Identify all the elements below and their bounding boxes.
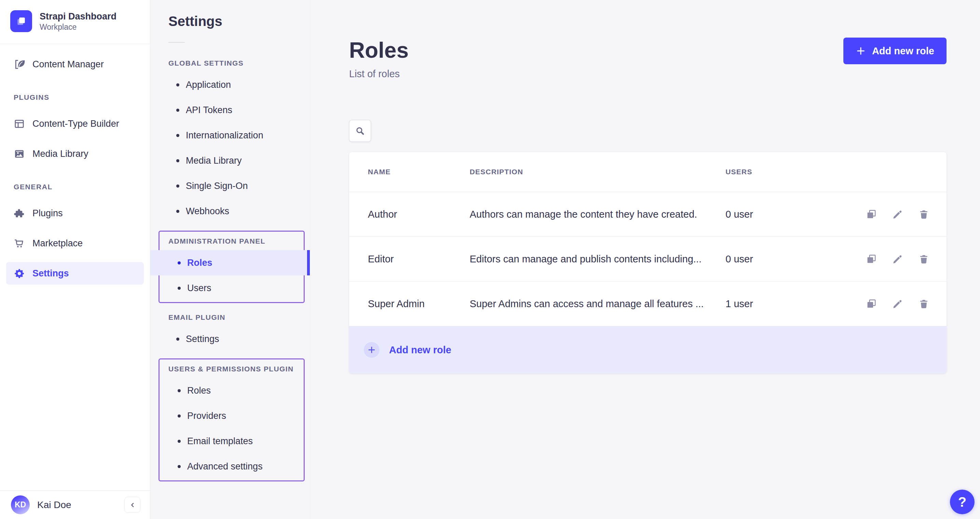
bullet-icon bbox=[176, 83, 179, 86]
settings-group-label: ADMINISTRATION PANEL bbox=[159, 237, 304, 245]
settings-item-providers[interactable]: Providers bbox=[159, 403, 304, 428]
sidebar-user-area: KD Kai Doe bbox=[0, 490, 150, 519]
image-icon bbox=[14, 148, 25, 159]
bullet-icon bbox=[176, 210, 179, 213]
duplicate-button[interactable] bbox=[865, 253, 877, 265]
settings-item-webhooks[interactable]: Webhooks bbox=[150, 199, 310, 224]
add-new-role-button[interactable]: Add new role bbox=[843, 38, 947, 64]
gear-icon bbox=[14, 268, 25, 279]
role-users-count: 1 user bbox=[725, 298, 865, 310]
bullet-icon bbox=[178, 389, 181, 392]
settings-item-label: Application bbox=[186, 80, 231, 90]
settings-item-label: Advanced settings bbox=[187, 461, 262, 472]
strapi-logo bbox=[10, 10, 32, 32]
bullet-icon bbox=[176, 185, 179, 188]
bullet-icon bbox=[176, 109, 179, 112]
active-indicator bbox=[307, 250, 310, 275]
sidebar-item-plugins[interactable]: Plugins bbox=[6, 202, 144, 224]
role-description: Super Admins can access and manage all f… bbox=[470, 298, 725, 310]
column-header-description: DESCRIPTION bbox=[470, 168, 725, 176]
collapse-sidebar-button[interactable] bbox=[124, 497, 140, 513]
bullet-icon bbox=[176, 159, 179, 162]
add-button-label: Add new role bbox=[872, 45, 934, 57]
edit-button[interactable] bbox=[892, 209, 903, 220]
main-sidebar: Strapi Dashboard Workplace Content Manag… bbox=[0, 0, 150, 519]
sidebar-item-content-type-builder[interactable]: Content-Type Builder bbox=[6, 112, 144, 135]
settings-group-administration-panel: ADMINISTRATION PANEL Roles Users bbox=[159, 231, 305, 303]
bullet-icon bbox=[178, 440, 181, 443]
role-name: Super Admin bbox=[368, 298, 470, 310]
row-actions bbox=[865, 253, 929, 265]
settings-item-label: Single Sign-On bbox=[186, 181, 248, 191]
settings-item-api-tokens[interactable]: API Tokens bbox=[150, 97, 310, 123]
duplicate-button[interactable] bbox=[865, 298, 877, 310]
table-row-author[interactable]: Author Authors can manage the content th… bbox=[349, 192, 947, 236]
sidebar-item-label: Media Library bbox=[32, 149, 89, 159]
settings-item-label: Roles bbox=[187, 258, 212, 268]
settings-item-advanced-settings[interactable]: Advanced settings bbox=[159, 454, 304, 479]
settings-item-users-admin[interactable]: Users bbox=[159, 275, 304, 301]
settings-item-label: Users bbox=[187, 283, 212, 293]
bullet-icon bbox=[176, 338, 179, 341]
divider bbox=[169, 42, 185, 43]
settings-item-label: Roles bbox=[187, 385, 211, 396]
feather-icon bbox=[14, 59, 25, 70]
bullet-icon bbox=[178, 414, 181, 417]
sidebar-item-settings[interactable]: Settings bbox=[6, 262, 144, 285]
sidebar-item-media-library[interactable]: Media Library bbox=[6, 142, 144, 165]
settings-item-email-templates[interactable]: Email templates bbox=[159, 428, 304, 454]
column-header-name: NAME bbox=[368, 168, 470, 176]
delete-icon bbox=[918, 209, 929, 220]
settings-group-label: EMAIL PLUGIN bbox=[150, 313, 310, 322]
settings-item-label: Providers bbox=[187, 411, 226, 421]
page-subtitle: List of roles bbox=[349, 68, 947, 80]
edit-icon bbox=[892, 209, 903, 220]
delete-button[interactable] bbox=[918, 253, 929, 265]
duplicate-icon bbox=[865, 209, 877, 220]
settings-item-media-library[interactable]: Media Library bbox=[150, 148, 310, 173]
role-description: Editors can manage and publish contents … bbox=[470, 253, 725, 265]
settings-item-email-settings[interactable]: Settings bbox=[150, 326, 310, 352]
add-new-role-label: Add new role bbox=[389, 344, 451, 356]
edit-icon bbox=[892, 253, 903, 265]
delete-button[interactable] bbox=[918, 298, 929, 310]
workspace-name: Workplace bbox=[40, 22, 116, 32]
duplicate-icon bbox=[865, 298, 877, 310]
role-description: Authors can manage the content they have… bbox=[470, 209, 725, 220]
settings-item-application[interactable]: Application bbox=[150, 72, 310, 97]
roles-table: NAME DESCRIPTION USERS Author Authors ca… bbox=[349, 152, 947, 373]
delete-button[interactable] bbox=[918, 209, 929, 220]
brand-text: Strapi Dashboard Workplace bbox=[40, 11, 116, 32]
sidebar-section-general: GENERAL bbox=[6, 183, 144, 191]
add-new-role-row[interactable]: Add new role bbox=[349, 326, 947, 373]
settings-item-label: Media Library bbox=[186, 156, 242, 166]
plus-icon bbox=[856, 46, 866, 56]
settings-item-roles-up[interactable]: Roles bbox=[159, 378, 304, 403]
table-row-super-admin[interactable]: Super Admin Super Admins can access and … bbox=[349, 281, 947, 326]
edit-button[interactable] bbox=[892, 298, 903, 310]
row-actions bbox=[865, 209, 929, 220]
settings-item-roles-admin[interactable]: Roles bbox=[150, 250, 310, 275]
role-name: Author bbox=[368, 209, 470, 220]
plus-icon bbox=[367, 345, 376, 354]
sidebar-item-marketplace[interactable]: Marketplace bbox=[6, 232, 144, 255]
sidebar-item-content-manager[interactable]: Content Manager bbox=[6, 53, 144, 75]
duplicate-icon bbox=[865, 253, 877, 265]
table-row-editor[interactable]: Editor Editors can manage and publish co… bbox=[349, 236, 947, 281]
help-button[interactable]: ? bbox=[950, 490, 975, 514]
sidebar-item-label: Plugins bbox=[32, 208, 63, 219]
sidebar-item-label: Settings bbox=[32, 268, 69, 279]
app-title: Strapi Dashboard bbox=[40, 11, 116, 22]
settings-group-users-permissions-plugin: USERS & PERMISSIONS PLUGIN Roles Provide… bbox=[159, 358, 305, 481]
column-header-users: USERS bbox=[725, 168, 929, 176]
duplicate-button[interactable] bbox=[865, 209, 877, 220]
cart-icon bbox=[14, 238, 25, 249]
delete-icon bbox=[918, 253, 929, 265]
user-name: Kai Doe bbox=[37, 500, 72, 511]
edit-button[interactable] bbox=[892, 253, 903, 265]
puzzle-icon bbox=[14, 208, 25, 219]
settings-item-single-sign-on[interactable]: Single Sign-On bbox=[150, 173, 310, 199]
search-button[interactable] bbox=[349, 120, 371, 142]
strapi-logo-icon bbox=[13, 13, 29, 29]
settings-item-internationalization[interactable]: Internationalization bbox=[150, 123, 310, 148]
